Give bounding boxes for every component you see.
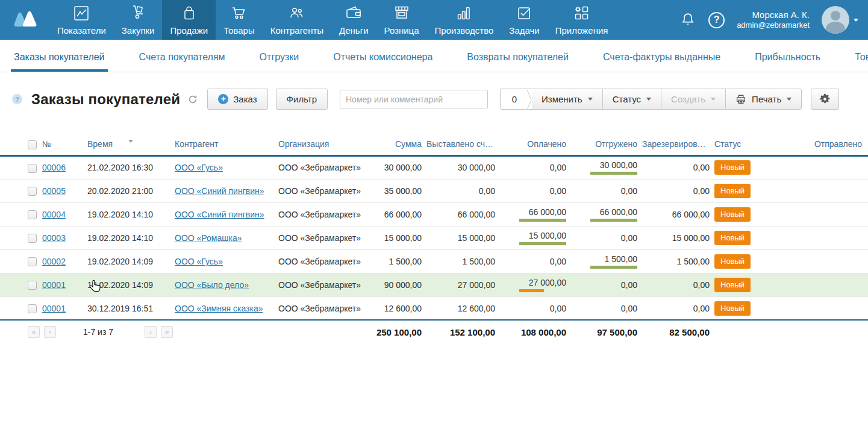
order-number-link[interactable]: 00004 bbox=[42, 210, 66, 219]
nav-item-prodazhi[interactable]: Продажи bbox=[162, 0, 216, 40]
counterparty-link[interactable]: ООО «Зимняя сказка» bbox=[175, 304, 263, 313]
col-status[interactable]: Статус bbox=[714, 134, 783, 155]
counterparty-link[interactable]: ООО «Синий пингвин» bbox=[175, 186, 264, 196]
status-cell: Новый bbox=[714, 179, 783, 202]
organization-cell: ООО «Зебрамаркет» bbox=[278, 179, 361, 202]
status-button[interactable]: Статус bbox=[602, 89, 661, 109]
status-badge[interactable]: Новый bbox=[714, 231, 751, 245]
last-page-button[interactable]: » bbox=[161, 326, 173, 338]
help-icon[interactable]: ? bbox=[708, 12, 725, 28]
table-row[interactable]: 0000419.02.2020 14:10ООО «Синий пингвин»… bbox=[0, 202, 868, 226]
refresh-icon[interactable] bbox=[188, 95, 198, 107]
nav-label: Деньги bbox=[339, 25, 368, 36]
tab-label: Заказы покупателей bbox=[14, 52, 105, 62]
filter-button[interactable]: Фильтр bbox=[276, 89, 328, 110]
order-number-link[interactable]: 00003 bbox=[42, 233, 66, 243]
nav-item-dengi[interactable]: Деньги bbox=[331, 0, 376, 40]
nav-item-zakupki[interactable]: Закупки bbox=[114, 0, 163, 40]
status-badge[interactable]: Новый bbox=[714, 207, 751, 222]
col-counterparty[interactable]: Контрагент bbox=[175, 134, 278, 155]
create-order-button[interactable]: + Заказ bbox=[207, 89, 267, 110]
row-checkbox[interactable] bbox=[28, 304, 37, 313]
row-checkbox[interactable] bbox=[28, 257, 37, 266]
table-row[interactable]: 0000520.02.2020 21:00ООО «Синий пингвин»… bbox=[0, 179, 868, 202]
nav-item-proizvodstvo[interactable]: Производство bbox=[427, 0, 502, 40]
tab-otchety-komissionera[interactable]: Отчеты комиссионера bbox=[330, 52, 436, 72]
status-badge[interactable]: Новый bbox=[714, 301, 751, 316]
col-sent[interactable]: Отправлено bbox=[783, 134, 868, 155]
count-divider-chevron bbox=[526, 89, 532, 110]
col-reserved[interactable]: Зарезервировано bbox=[642, 134, 714, 155]
tab-scheta-pokupatelyam[interactable]: Счета покупателям bbox=[136, 52, 228, 72]
row-checkbox[interactable] bbox=[28, 187, 37, 196]
counterparty-link[interactable]: ООО «Ромашка» bbox=[175, 233, 242, 243]
tab-label: Товары bbox=[855, 52, 868, 62]
col-invoiced[interactable]: Выставлено сче... bbox=[426, 134, 500, 155]
nav-item-kontragenty[interactable]: Контрагенты bbox=[263, 0, 331, 40]
tab-vozvraty-pokupateley[interactable]: Возвраты покупателей bbox=[464, 52, 572, 72]
status-badge[interactable]: Новый bbox=[714, 254, 751, 269]
row-checkbox[interactable] bbox=[28, 281, 37, 290]
nav-item-zadachi[interactable]: Задачи bbox=[501, 0, 547, 40]
table-row[interactable]: 0000130.12.2019 16:51ООО «Зимняя сказка»… bbox=[0, 296, 868, 320]
tab-otgruzki[interactable]: Отгрузки bbox=[257, 52, 302, 72]
col-paid[interactable]: Оплачено bbox=[500, 134, 571, 155]
row-checkbox[interactable] bbox=[28, 164, 37, 173]
tab-tovary[interactable]: Товары bbox=[852, 52, 868, 72]
organization-cell: ООО «Зебрамаркет» bbox=[278, 273, 361, 296]
table-row[interactable]: 0000621.02.2020 16:30ООО «Гусь»ООО «Зебр… bbox=[0, 155, 868, 179]
counterparty-link[interactable]: ООО «Синий пингвин» bbox=[175, 210, 264, 219]
notifications-bell-icon[interactable] bbox=[679, 11, 696, 28]
table-row[interactable]: 0000119.02.2020 14:09ООО «Было дело»ООО … bbox=[0, 273, 868, 296]
user-block[interactable]: Морская А. К. admin@zebramarket bbox=[737, 9, 810, 31]
create-doc-button[interactable]: Создать bbox=[661, 89, 725, 109]
nav-label: Производство bbox=[435, 25, 494, 36]
tab-zakazy-pokupateley[interactable]: Заказы покупателей bbox=[11, 52, 108, 72]
status-badge[interactable]: Новый bbox=[714, 278, 751, 292]
col-shipped[interactable]: Отгружено bbox=[571, 134, 642, 155]
change-button[interactable]: Изменить bbox=[532, 89, 602, 109]
avatar[interactable] bbox=[822, 6, 849, 34]
order-number-link[interactable]: 00002 bbox=[42, 257, 66, 266]
counterparty-link[interactable]: ООО «Гусь» bbox=[175, 163, 223, 172]
row-checkbox[interactable] bbox=[28, 210, 37, 219]
user-menu[interactable] bbox=[822, 6, 858, 34]
nav-item-prilozheniya[interactable]: Приложения bbox=[548, 0, 616, 40]
print-button[interactable]: Печать bbox=[725, 89, 801, 109]
first-page-button[interactable]: « bbox=[28, 326, 40, 338]
order-number-link[interactable]: 00006 bbox=[42, 163, 66, 172]
table-row[interactable]: 0000219.02.2020 14:09ООО «Гусь»ООО «Зебр… bbox=[0, 249, 868, 273]
sum-cell: 30 000,00 bbox=[361, 155, 426, 179]
order-number-cell: 00005 bbox=[42, 179, 87, 202]
nav-item-pokazateli[interactable]: Показатели bbox=[49, 0, 114, 40]
order-time-cell: 20.02.2020 21:00 bbox=[87, 179, 175, 202]
invoiced-cell: 0,00 bbox=[426, 179, 500, 202]
nav-item-tovary[interactable]: Товары bbox=[216, 0, 263, 40]
nav-item-roznica[interactable]: Розница bbox=[376, 0, 427, 40]
app-logo[interactable] bbox=[0, 0, 49, 40]
page-help-icon[interactable]: ? bbox=[12, 94, 22, 104]
counterparty-link[interactable]: ООО «Было дело» bbox=[175, 280, 249, 290]
status-badge[interactable]: Новый bbox=[714, 184, 751, 198]
order-number-link[interactable]: 00001 bbox=[42, 280, 66, 290]
select-all-checkbox[interactable] bbox=[28, 140, 37, 149]
sort-desc-icon bbox=[128, 140, 133, 143]
table-row[interactable]: 0000319.02.2020 14:10ООО «Ромашка»ООО «З… bbox=[0, 226, 868, 249]
status-cell: Новый bbox=[714, 202, 783, 226]
settings-button[interactable] bbox=[811, 89, 839, 110]
order-number-link[interactable]: 00001 bbox=[42, 304, 66, 313]
counterparty-link[interactable]: ООО «Гусь» bbox=[175, 257, 223, 266]
tab-schta-faktury-vydannye[interactable]: Счета-фактуры выданные bbox=[600, 52, 723, 72]
col-time[interactable]: Время bbox=[87, 134, 175, 155]
order-number-link[interactable]: 00005 bbox=[42, 186, 66, 196]
tab-pribylnost[interactable]: Прибыльность bbox=[752, 52, 823, 72]
col-organization[interactable]: Организация bbox=[278, 134, 361, 155]
col-sum[interactable]: Сумма bbox=[361, 134, 426, 155]
row-checkbox[interactable] bbox=[28, 234, 37, 243]
next-page-button[interactable]: › bbox=[145, 326, 157, 338]
search-input[interactable] bbox=[340, 90, 488, 108]
prev-page-button[interactable]: ‹ bbox=[44, 326, 56, 338]
status-badge[interactable]: Новый bbox=[714, 160, 751, 175]
col-number[interactable]: № bbox=[42, 134, 87, 155]
nav-label: Продажи bbox=[170, 25, 208, 36]
